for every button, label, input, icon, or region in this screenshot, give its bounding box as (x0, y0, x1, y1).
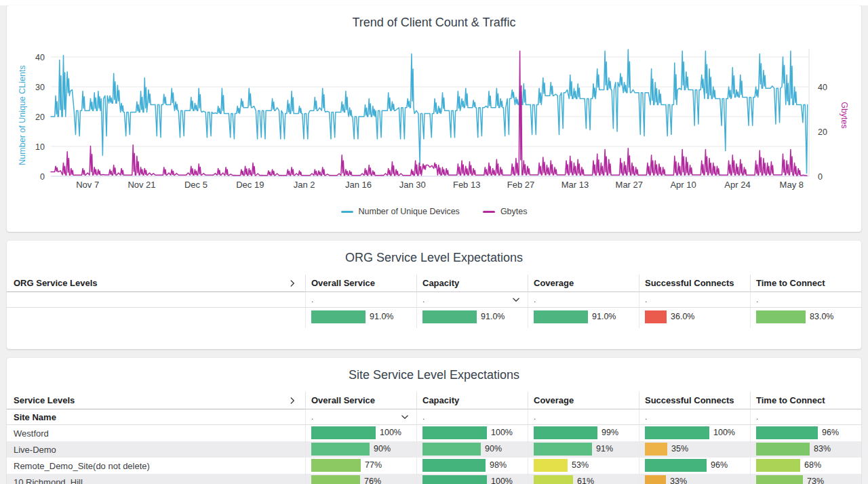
sla-value: 91.0% (481, 309, 505, 325)
site-col-header-4[interactable]: Time to Connect (750, 392, 861, 409)
sla-bar-cell: 36.0% (639, 308, 750, 328)
site-filter-4[interactable]: . (750, 409, 861, 425)
org-value-row: 91.0%91.0%91.0%36.0%83.0% (7, 308, 861, 328)
filter-dot: . (422, 295, 425, 304)
x-axis-tick: Jan 16 (345, 180, 372, 190)
left-axis-tick: 0 (40, 172, 45, 182)
x-axis-tick: Mar 27 (616, 180, 643, 190)
sla-value: 36.0% (671, 309, 694, 325)
org-row-header[interactable]: ORG Service Levels (7, 275, 305, 292)
site-name-cell[interactable]: Westford (7, 425, 305, 441)
org-col-header-3[interactable]: Successful Connects (639, 275, 750, 292)
site-row-3: 10.Richmond_Hill76%100%61%33%73% (7, 474, 861, 484)
org-col-header-1[interactable]: Capacity (416, 275, 528, 292)
chevron-down-icon[interactable] (511, 295, 521, 304)
x-axis-tick: Apr 10 (670, 180, 696, 190)
legend-item-0[interactable]: Number of Unique Devices (341, 207, 460, 216)
sla-bar (645, 459, 707, 472)
org-filter-1[interactable]: . (416, 292, 528, 308)
sla-value: 100% (491, 474, 513, 484)
column-header-label: Capacity (422, 395, 459, 405)
site-header-row: Service LevelsOverall ServiceCapacityCov… (7, 392, 861, 409)
column-header-label: Time to Connect (756, 395, 825, 405)
sla-bar (311, 475, 360, 484)
sla-bar-cell: 100% (416, 425, 528, 441)
trend-chart[interactable]: 01020304002040Nov 7Nov 21Dec 5Dec 19Jan … (7, 41, 861, 198)
filter-dot: . (311, 412, 313, 422)
sla-bar (422, 443, 481, 456)
sla-value: 90% (374, 441, 391, 457)
org-col-header-0[interactable]: Overall Service (305, 275, 416, 292)
sla-bar-cell: 61% (528, 474, 639, 484)
sla-bar (645, 426, 709, 439)
sla-bar (422, 426, 487, 439)
sla-bar-cell: 98% (416, 458, 528, 474)
org-filter-2[interactable]: . (528, 292, 639, 308)
org-row-header-label: ORG Service Levels (14, 278, 98, 288)
filter-dot: . (645, 295, 647, 304)
sla-bar-cell: 33% (639, 474, 750, 484)
org-filter-row: ..... (7, 292, 861, 308)
right-axis-tick: 40 (818, 83, 827, 92)
sla-value: 91.0% (592, 309, 616, 325)
org-sle-card: ORG Service Level Expectations ORG Servi… (7, 241, 861, 349)
sla-value: 35% (671, 441, 688, 457)
sla-value: 77% (365, 458, 382, 473)
legend-label: Gbytes (500, 207, 528, 216)
site-sle-card: Site Service Level Expectations Service … (7, 358, 861, 484)
site-col-header-1[interactable]: Capacity (416, 392, 528, 409)
sla-value: 68% (804, 458, 821, 473)
site-filter-2[interactable]: . (528, 409, 639, 425)
sla-bar (534, 310, 588, 323)
column-header-label: Time to Connect (756, 278, 825, 288)
left-axis-tick: 20 (35, 113, 45, 122)
org-filter-4[interactable]: . (750, 292, 861, 308)
site-row-1: Live-Demo90%90%91%35%83% (7, 441, 861, 458)
org-filter-blank (7, 292, 305, 308)
sla-bar (534, 443, 592, 456)
site-col-header-3[interactable]: Successful Connects (639, 392, 750, 409)
sla-value: 91% (596, 441, 613, 457)
site-name-cell[interactable]: Remote_Demo_Site(do not delete) (7, 458, 305, 474)
site-col-header-2[interactable]: Coverage (528, 392, 639, 409)
site-row-header[interactable]: Service Levels (7, 392, 305, 409)
site-row-2: Remote_Demo_Site(do not delete)77%98%53%… (7, 458, 861, 474)
sla-bar (311, 426, 376, 439)
legend-item-1[interactable]: Gbytes (483, 207, 528, 216)
x-axis-tick: Jan 2 (294, 180, 315, 190)
sla-bar-cell: 99% (528, 425, 639, 441)
org-filter-3[interactable]: . (639, 292, 750, 308)
site-filter-0[interactable]: . (305, 409, 416, 425)
site-filter-3[interactable]: . (639, 409, 750, 425)
legend-swatch (341, 211, 353, 213)
sla-bar (422, 459, 486, 472)
left-axis-tick: 30 (35, 83, 45, 92)
site-name-cell[interactable]: Live-Demo (7, 441, 305, 458)
filter-dot: . (756, 412, 758, 422)
column-header-label: Coverage (534, 278, 574, 288)
sla-bar-cell: 91.0% (305, 308, 416, 328)
site-name-cell[interactable]: 10.Richmond_Hill (7, 474, 305, 484)
site-filter-1[interactable]: . (416, 409, 528, 425)
sla-value: 53% (572, 458, 589, 473)
sla-bar (311, 459, 361, 472)
x-axis-tick: Dec 19 (236, 180, 264, 190)
chart-title: Trend of Client Count & Traffic (7, 5, 861, 31)
chevron-right-icon[interactable] (288, 396, 297, 405)
x-axis-tick: Jan 30 (399, 180, 426, 190)
sla-bar-cell: 100% (416, 474, 528, 484)
org-col-header-4[interactable]: Time to Connect (750, 275, 861, 292)
sla-bar (756, 426, 818, 439)
column-header-label: Overall Service (311, 278, 375, 288)
site-col-header-0[interactable]: Overall Service (305, 392, 416, 409)
chevron-right-icon[interactable] (288, 279, 297, 288)
x-axis-tick: May 8 (780, 180, 804, 190)
sla-bar (756, 459, 800, 472)
org-filter-0[interactable]: . (305, 292, 416, 308)
org-col-header-2[interactable]: Coverage (528, 275, 639, 292)
chevron-down-icon[interactable] (400, 412, 410, 422)
trend-chart-card: Trend of Client Count & Traffic Number o… (7, 5, 861, 232)
filter-dot: . (756, 295, 758, 304)
x-axis-tick: Apr 24 (724, 180, 750, 190)
sla-value: 100% (380, 425, 401, 441)
